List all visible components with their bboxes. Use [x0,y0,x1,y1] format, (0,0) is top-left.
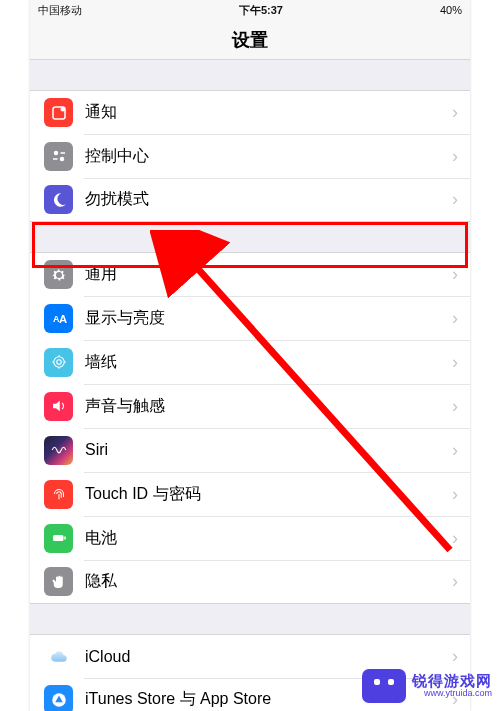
watermark-line1: 锐得游戏网 [412,673,492,690]
gear-icon [44,260,73,289]
row-label: 通用 [85,264,452,285]
row-siri[interactable]: Siri › [30,428,470,472]
nav-bar: 设置 [30,20,470,60]
row-label: 隐私 [85,571,452,592]
watermark-logo-icon [362,669,406,703]
svg-point-7 [53,357,64,368]
row-general[interactable]: 通用 › [30,252,470,296]
row-control[interactable]: 控制中心 › [30,134,470,178]
cloud-icon [44,642,73,671]
status-left: 中国移动 [38,3,82,18]
chevron-right-icon: › [452,484,458,505]
speaker-icon [44,392,73,421]
display-icon: AA [44,304,73,333]
row-battery[interactable]: 电池 › [30,516,470,560]
row-notify[interactable]: 通知 › [30,90,470,134]
status-right: 40% [440,4,462,16]
watermark-line2: www.ytruida.com [424,689,492,699]
row-wall[interactable]: 墙纸 › [30,340,470,384]
svg-point-2 [53,151,58,156]
row-display[interactable]: AA 显示与亮度 › [30,296,470,340]
chevron-right-icon: › [452,264,458,285]
chevron-right-icon: › [452,528,458,549]
appstore-icon [44,685,73,711]
group-gap [30,60,470,90]
row-label: Siri [85,441,452,459]
row-label: Touch ID 与密码 [85,484,452,505]
settings-screen: 中国移动 下午5:37 40% 设置 通知 › 控制中心 › [30,0,470,711]
row-label: 声音与触感 [85,396,452,417]
row-label: 墙纸 [85,352,452,373]
status-bar: 中国移动 下午5:37 40% [30,0,470,20]
row-touchid[interactable]: Touch ID 与密码 › [30,472,470,516]
chevron-right-icon: › [452,352,458,373]
notifications-icon [44,98,73,127]
battery-label: 40% [440,4,462,16]
siri-icon [44,436,73,465]
status-time: 下午5:37 [239,3,283,18]
svg-text:A: A [59,313,67,325]
svg-point-1 [60,107,65,112]
svg-rect-8 [53,535,64,541]
row-label: 勿扰模式 [85,189,452,210]
row-dnd[interactable]: 勿扰模式 › [30,178,470,222]
hand-icon [44,567,73,596]
group-gap [30,222,470,252]
row-sound[interactable]: 声音与触感 › [30,384,470,428]
control-center-icon [44,142,73,171]
settings-group-1: 通知 › 控制中心 › 勿扰模式 › [30,90,470,222]
row-label: 显示与亮度 [85,308,452,329]
watermark-text: 锐得游戏网 www.ytruida.com [412,673,492,699]
svg-point-3 [59,157,64,162]
fingerprint-icon [44,480,73,509]
moon-icon [44,185,73,214]
row-label: 电池 [85,528,452,549]
carrier-label: 中国移动 [38,3,82,18]
chevron-right-icon: › [452,146,458,167]
chevron-right-icon: › [452,396,458,417]
chevron-right-icon: › [452,102,458,123]
svg-point-6 [56,360,61,365]
page-title: 设置 [232,28,268,52]
settings-group-2: 通用 › AA 显示与亮度 › 墙纸 › 声音与触感 › [30,252,470,604]
group-gap [30,604,470,634]
row-privacy[interactable]: 隐私 › [30,560,470,604]
wallpaper-icon [44,348,73,377]
chevron-right-icon: › [452,571,458,592]
row-label: iCloud [85,648,452,666]
svg-rect-9 [64,537,66,540]
row-label: 控制中心 [85,146,452,167]
chevron-right-icon: › [452,440,458,461]
chevron-right-icon: › [452,189,458,210]
chevron-right-icon: › [452,646,458,667]
watermark: 锐得游戏网 www.ytruida.com [362,669,492,703]
chevron-right-icon: › [452,308,458,329]
row-label: 通知 [85,102,452,123]
battery-icon [44,524,73,553]
